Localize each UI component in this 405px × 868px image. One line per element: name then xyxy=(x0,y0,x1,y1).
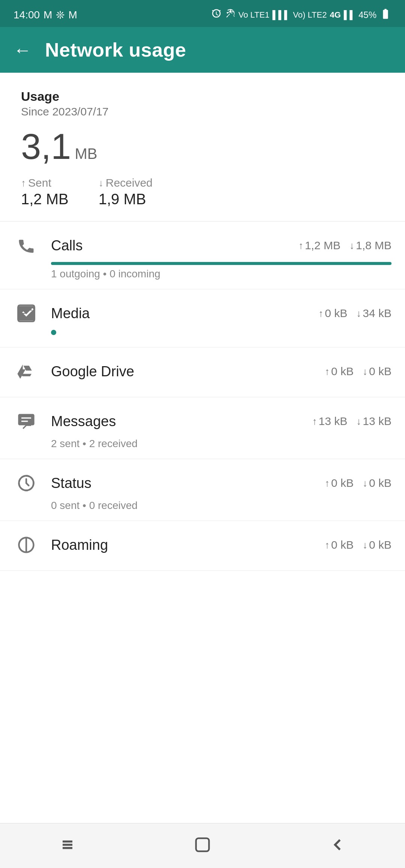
progress-bar-area-media xyxy=(51,330,392,335)
list-item-sub-messages: 2 sent • 2 received xyxy=(51,438,392,450)
list-item-name-googledrive: Google Drive xyxy=(51,364,313,380)
list-item-name-messages: Messages xyxy=(51,413,300,430)
stat-received-media: ↓ 34 kB xyxy=(356,307,392,320)
received-stat-value-roaming: 0 kB xyxy=(369,539,392,551)
stat-received-calls: ↓ 1,8 MB xyxy=(350,239,392,252)
sent-arrow-calls: ↑ xyxy=(298,240,303,251)
list-item-media[interactable]: Media ↑ 0 kB ↓ 34 kB xyxy=(0,289,405,347)
usage-breakdown: ↑ Sent 1,2 MB ↓ Received 1,9 MB xyxy=(21,177,384,208)
nav-bar xyxy=(0,823,405,868)
received-stat-value-googledrive: 0 kB xyxy=(369,365,392,378)
received-arrow-media: ↓ xyxy=(356,308,361,319)
list-item-name-status: Status xyxy=(51,475,313,491)
list-item-status[interactable]: Status ↑ 0 kB ↓ 0 kB 0 sent • 0 received xyxy=(0,459,405,521)
sent-value: 1,2 MB xyxy=(21,191,69,208)
list-item-stats-media: ↑ 0 kB ↓ 34 kB xyxy=(318,307,392,320)
sent-stat-value-googledrive: 0 kB xyxy=(331,365,354,378)
usage-since: Since 2023/07/17 xyxy=(21,105,384,118)
sent-stat-value-calls: 1,2 MB xyxy=(305,239,340,252)
list-item-main-roaming: Roaming ↑ 0 kB ↓ 0 kB xyxy=(14,532,392,558)
status-signal-volte2: Vo) LTE2 xyxy=(293,10,327,20)
usage-received: ↓ Received 1,9 MB xyxy=(99,177,153,208)
progress-bar-area-calls xyxy=(51,262,392,265)
status-signal-bars1: ▌▌▌ xyxy=(273,10,290,20)
stat-received-googledrive: ↓ 0 kB xyxy=(363,365,392,378)
status-mute-icon xyxy=(225,9,236,21)
received-stat-value-messages: 13 kB xyxy=(363,415,392,428)
received-arrow-googledrive: ↓ xyxy=(363,366,368,377)
stat-sent-media: ↑ 0 kB xyxy=(318,307,347,320)
received-arrow-calls: ↓ xyxy=(350,240,354,251)
list-item-googledrive[interactable]: Google Drive ↑ 0 kB ↓ 0 kB xyxy=(0,347,405,397)
progress-dot-media xyxy=(51,330,56,335)
media-icon xyxy=(14,301,39,326)
sent-arrow-status: ↑ xyxy=(325,477,330,489)
list-item-name-roaming: Roaming xyxy=(51,537,313,553)
progress-bar-bg-calls xyxy=(51,262,392,265)
content-area: Usage Since 2023/07/17 3,1 MB ↑ Sent 1,2… xyxy=(0,73,405,823)
list-item-stats-status: ↑ 0 kB ↓ 0 kB xyxy=(325,477,392,489)
list-item-stats-roaming: ↑ 0 kB ↓ 0 kB xyxy=(325,539,392,551)
sent-arrow-messages: ↑ xyxy=(312,416,317,427)
usage-total-number: 3,1 xyxy=(21,129,71,165)
stat-sent-roaming: ↑ 0 kB xyxy=(325,539,354,551)
list-item-calls[interactable]: Calls ↑ 1,2 MB ↓ 1,8 MB 1 outgoing • 0 i… xyxy=(0,221,405,289)
messages-icon xyxy=(14,409,39,434)
sent-label: Sent xyxy=(28,177,51,189)
sent-arrow-googledrive: ↑ xyxy=(325,366,330,377)
list-item-sub-status: 0 sent • 0 received xyxy=(51,500,392,512)
recent-apps-button[interactable] xyxy=(52,834,82,856)
received-stat-value-media: 34 kB xyxy=(363,307,392,320)
list-item-stats-calls: ↑ 1,2 MB ↓ 1,8 MB xyxy=(298,239,392,252)
usage-summary: Usage Since 2023/07/17 3,1 MB ↑ Sent 1,2… xyxy=(0,73,405,221)
header: ← Network usage xyxy=(0,27,405,73)
list-item-messages[interactable]: Messages ↑ 13 kB ↓ 13 kB 2 sent • 2 rece… xyxy=(0,397,405,459)
received-arrow-status: ↓ xyxy=(363,477,368,489)
googledrive-icon xyxy=(14,359,39,384)
list-item-name-media: Media xyxy=(51,305,306,322)
stat-received-roaming: ↓ 0 kB xyxy=(363,539,392,551)
sent-stat-value-messages: 13 kB xyxy=(319,415,348,428)
status-time: 14:00 xyxy=(14,9,40,21)
back-nav-button[interactable] xyxy=(322,834,352,856)
list-item-main-calls: Calls ↑ 1,2 MB ↓ 1,8 MB xyxy=(14,233,392,258)
status-alarm-icon xyxy=(211,8,222,22)
received-stat-value-calls: 1,8 MB xyxy=(356,239,392,252)
status-icon xyxy=(14,470,39,496)
status-icon-mail2: M xyxy=(68,9,77,21)
usage-total: 3,1 MB xyxy=(21,129,384,165)
roaming-icon xyxy=(14,532,39,558)
battery-icon xyxy=(380,8,392,22)
network-list: Calls ↑ 1,2 MB ↓ 1,8 MB 1 outgoing • 0 i… xyxy=(0,221,405,571)
list-item-stats-googledrive: ↑ 0 kB ↓ 0 kB xyxy=(325,365,392,378)
status-icon-star: ❊ xyxy=(56,9,64,21)
status-battery: 45% xyxy=(358,10,376,20)
stat-received-messages: ↓ 13 kB xyxy=(356,415,392,428)
list-item-roaming[interactable]: Roaming ↑ 0 kB ↓ 0 kB xyxy=(0,521,405,571)
usage-total-unit: MB xyxy=(75,145,97,162)
list-item-main-googledrive: Google Drive ↑ 0 kB ↓ 0 kB xyxy=(14,359,392,384)
home-button[interactable] xyxy=(188,834,218,856)
status-icon-mail1: M xyxy=(44,9,52,21)
usage-sent: ↑ Sent 1,2 MB xyxy=(21,177,69,208)
stat-sent-status: ↑ 0 kB xyxy=(325,477,354,489)
list-item-main-status: Status ↑ 0 kB ↓ 0 kB xyxy=(14,470,392,496)
list-item-stats-messages: ↑ 13 kB ↓ 13 kB xyxy=(312,415,392,428)
status-signal-4g: 4G xyxy=(330,10,340,20)
progress-bar-fill-calls xyxy=(51,262,392,265)
status-left: 14:00 M ❊ M xyxy=(14,9,77,21)
received-value: 1,9 MB xyxy=(99,191,153,208)
sent-arrow-icon: ↑ xyxy=(21,177,26,189)
back-button[interactable]: ← xyxy=(14,40,32,60)
sent-arrow-media: ↑ xyxy=(318,308,323,319)
status-bar: 14:00 M ❊ M Vo LTE1 ▌▌▌ Vo) LTE2 4G ▌▌ 4… xyxy=(0,0,405,27)
calls-icon xyxy=(14,233,39,258)
sent-arrow-roaming: ↑ xyxy=(325,539,330,551)
page-title: Network usage xyxy=(45,39,186,61)
sent-stat-value-roaming: 0 kB xyxy=(331,539,354,551)
received-arrow-icon: ↓ xyxy=(99,177,104,189)
status-right: Vo LTE1 ▌▌▌ Vo) LTE2 4G ▌▌ 45% xyxy=(211,8,392,22)
list-item-main-media: Media ↑ 0 kB ↓ 34 kB xyxy=(14,301,392,326)
svg-rect-10 xyxy=(196,838,209,851)
svg-rect-2 xyxy=(18,414,34,425)
